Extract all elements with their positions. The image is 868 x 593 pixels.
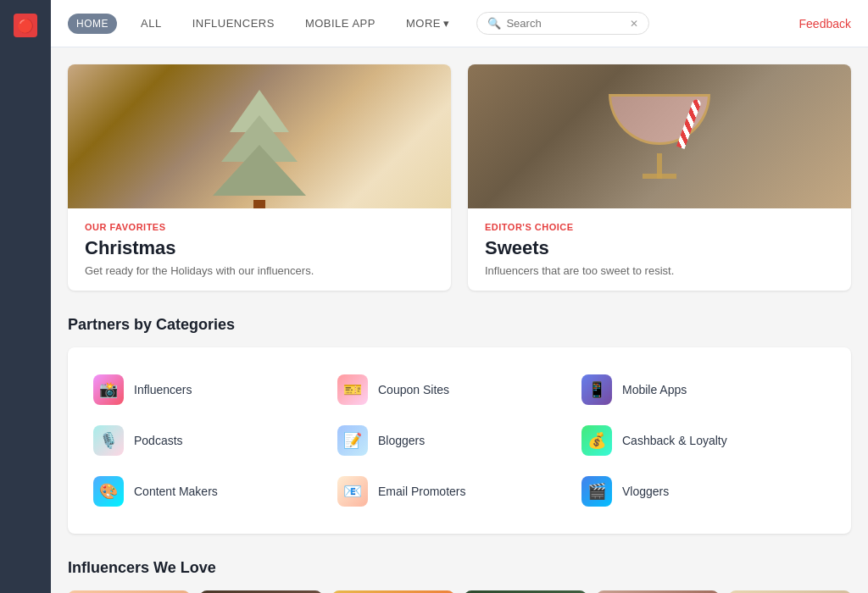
nav-home[interactable]: HOME bbox=[68, 14, 117, 34]
category-label-content-makers: Content Makers bbox=[134, 485, 218, 498]
card-content-sweets: EDITOR'S CHOICE Sweets Influencers that … bbox=[468, 208, 851, 291]
category-icon-mobile-apps: 📱 bbox=[581, 374, 612, 405]
sidebar-logo[interactable]: 🔴 bbox=[14, 14, 37, 37]
category-label-influencers: Influencers bbox=[134, 383, 192, 396]
main-content: HOME ALL INFLUENCERS MOBILE APP MORE ▾ 🔍… bbox=[51, 0, 868, 593]
card-image-sweets bbox=[468, 64, 851, 208]
category-label-email-promoters: Email Promoters bbox=[378, 485, 465, 498]
card-content-christmas: OUR FAVORITES Christmas Get ready for th… bbox=[68, 208, 451, 291]
feedback-link[interactable]: Feedback bbox=[799, 17, 851, 30]
cocktail-glass-decoration bbox=[609, 94, 710, 179]
category-item-mobile-apps[interactable]: 📱 Mobile Apps bbox=[581, 364, 826, 415]
search-icon: 🔍 bbox=[487, 17, 501, 30]
card-title-christmas: Christmas bbox=[85, 237, 434, 259]
card-tag-christmas: OUR FAVORITES bbox=[85, 222, 434, 232]
categories-box: 📸 Influencers 🎫 Coupon Sites 📱 Mobile Ap… bbox=[68, 347, 851, 534]
nav-more[interactable]: MORE ▾ bbox=[399, 14, 457, 33]
feature-cards: OUR FAVORITES Christmas Get ready for th… bbox=[68, 64, 851, 291]
influencers-section-title: Influencers We Love bbox=[68, 559, 851, 577]
tree-trunk bbox=[253, 200, 265, 208]
influencers-section: Influencers We Love bbox=[68, 559, 851, 593]
category-icon-bloggers: 📝 bbox=[337, 425, 368, 456]
category-icon-content-makers: 🎨 bbox=[93, 476, 124, 507]
category-item-bloggers[interactable]: 📝 Bloggers bbox=[337, 415, 581, 466]
nav-all[interactable]: ALL bbox=[134, 14, 169, 33]
nav-mobile-app[interactable]: MOBILE APP bbox=[298, 14, 382, 33]
sidebar: 🔴 bbox=[0, 0, 51, 593]
search-clear-icon[interactable]: ✕ bbox=[630, 18, 638, 30]
feature-card-christmas[interactable]: OUR FAVORITES Christmas Get ready for th… bbox=[68, 64, 451, 291]
category-item-email-promoters[interactable]: 📧 Email Promoters bbox=[337, 466, 581, 517]
category-label-mobile-apps: Mobile Apps bbox=[622, 383, 687, 396]
card-image-christmas bbox=[68, 64, 451, 208]
navbar: HOME ALL INFLUENCERS MOBILE APP MORE ▾ 🔍… bbox=[51, 0, 868, 47]
category-icon-podcasts: 🎙️ bbox=[93, 425, 124, 456]
card-desc-sweets: Influencers that are too sweet to resist… bbox=[485, 264, 834, 277]
category-icon-vloggers: 🎬 bbox=[581, 476, 612, 507]
feature-card-sweets[interactable]: EDITOR'S CHOICE Sweets Influencers that … bbox=[468, 64, 851, 291]
card-title-sweets: Sweets bbox=[485, 237, 834, 259]
categories-grid: 📸 Influencers 🎫 Coupon Sites 📱 Mobile Ap… bbox=[93, 364, 826, 517]
christmas-tree-decoration bbox=[225, 90, 293, 200]
category-item-vloggers[interactable]: 🎬 Vloggers bbox=[581, 466, 826, 517]
tree-layer-bot bbox=[213, 145, 306, 196]
partners-section-title: Partners by Categories bbox=[68, 316, 851, 334]
category-icon-coupon-sites: 🎫 bbox=[337, 374, 368, 405]
partners-section: Partners by Categories 📸 Influencers 🎫 C… bbox=[68, 316, 851, 534]
category-icon-email-promoters: 📧 bbox=[337, 476, 368, 507]
search-input[interactable] bbox=[506, 17, 625, 30]
nav-influencers[interactable]: INFLUENCERS bbox=[186, 14, 281, 33]
category-item-cashback[interactable]: 💰 Cashback & Loyalty bbox=[581, 415, 826, 466]
logo-icon: 🔴 bbox=[17, 18, 34, 34]
card-desc-christmas: Get ready for the Holidays with our infl… bbox=[85, 264, 434, 277]
category-label-vloggers: Vloggers bbox=[622, 485, 669, 498]
category-icon-influencers: 📸 bbox=[93, 374, 124, 405]
category-label-coupon-sites: Coupon Sites bbox=[378, 383, 449, 396]
search-bar[interactable]: 🔍 ✕ bbox=[476, 12, 649, 35]
category-label-podcasts: Podcasts bbox=[134, 434, 183, 447]
card-tag-sweets: EDITOR'S CHOICE bbox=[485, 222, 834, 232]
content-area: OUR FAVORITES Christmas Get ready for th… bbox=[51, 47, 868, 593]
category-label-cashback: Cashback & Loyalty bbox=[622, 434, 727, 447]
category-item-podcasts[interactable]: 🎙️ Podcasts bbox=[93, 415, 337, 466]
glass-base bbox=[643, 174, 676, 179]
category-label-bloggers: Bloggers bbox=[378, 434, 425, 447]
category-item-coupon-sites[interactable]: 🎫 Coupon Sites bbox=[337, 364, 581, 415]
category-item-influencers[interactable]: 📸 Influencers bbox=[93, 364, 337, 415]
category-icon-cashback: 💰 bbox=[581, 425, 612, 456]
chevron-down-icon: ▾ bbox=[443, 17, 450, 30]
category-item-content-makers[interactable]: 🎨 Content Makers bbox=[93, 466, 337, 517]
